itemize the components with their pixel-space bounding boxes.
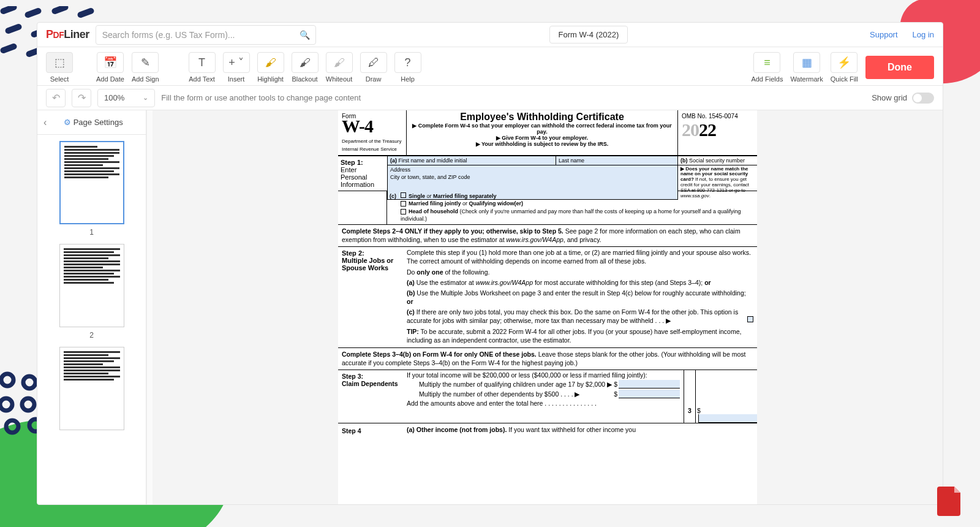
s2-c-text: If there are only two jobs total, you ma… — [407, 308, 738, 324]
insert-tool[interactable]: + ˅ — [223, 52, 250, 73]
s2-a-or: or — [704, 279, 711, 286]
undo-button[interactable]: ↶ — [46, 89, 66, 107]
help-tool[interactable]: ? — [394, 52, 421, 73]
done-button[interactable]: Done — [865, 56, 934, 79]
login-link[interactable]: Log in — [913, 30, 934, 39]
ssn-label: Social security number — [689, 157, 745, 164]
add-sign-tool[interactable]: ✎ — [132, 52, 159, 73]
step4-title: Step 4 — [342, 427, 399, 434]
fields-icon: ≡ — [764, 57, 771, 68]
show-grid-toggle[interactable] — [912, 93, 934, 104]
year-22: 22 — [699, 119, 716, 140]
document-title[interactable]: Form W-4 (2022) — [549, 26, 628, 44]
form-code: W-4 — [342, 116, 402, 137]
highlight-icon: 🖌 — [265, 57, 276, 68]
draw-tool[interactable]: 🖊 — [360, 52, 387, 73]
s3-dol2: $ — [612, 390, 619, 398]
add-text-label: Add Text — [189, 75, 215, 83]
s2-tip-text: To be accurate, submit a 2022 Form W-4 f… — [407, 328, 741, 344]
para1-link: www.irs.gov/W4App — [506, 236, 563, 243]
step2-sub: Multiple Jobs or Spouse Works — [342, 257, 399, 271]
pdf-badge-icon — [933, 484, 965, 516]
s2-a-text: Use the estimator at — [415, 279, 476, 286]
search-input[interactable] — [96, 25, 316, 45]
year-20: 20 — [682, 119, 699, 140]
svg-point-12 — [22, 398, 34, 411]
step2-title: Step 2: — [342, 249, 399, 257]
thumb-num-2: 2 — [37, 331, 146, 339]
whiteout-icon: 🖌 — [334, 57, 345, 68]
toolbar: ⬚ Select 📅 Add Date ✎ Add Sign T Add Tex… — [37, 47, 943, 86]
whiteout-tool[interactable]: 🖌 — [326, 52, 353, 73]
page-settings-label: Page Settings — [74, 118, 123, 127]
sidebar-head: ‹ ⚙Page Settings — [37, 110, 146, 135]
s2-do: Do — [407, 268, 417, 276]
gear-icon: ⚙ — [64, 118, 71, 127]
svg-rect-4 — [4, 23, 23, 35]
select-label: Select — [50, 75, 69, 83]
doc-bullet2: ▶ Give Form W-4 to your employer. — [410, 135, 674, 141]
logo-p: P — [46, 28, 53, 41]
redo-button[interactable]: ↷ — [72, 89, 91, 107]
s3-amount1[interactable] — [619, 380, 680, 389]
s2-a-link: www.irs.gov/W4App — [476, 279, 533, 286]
svg-point-9 — [1, 374, 13, 386]
para1-end: , and privacy. — [564, 236, 601, 243]
last-name-label: Last name — [559, 157, 584, 164]
zoom-select[interactable]: 100% ⌄ — [97, 89, 155, 107]
s2-c-label: (c) — [407, 308, 415, 316]
watermark-tool[interactable]: ▦ — [793, 52, 820, 73]
s3-p3: Multiply the number of other dependents … — [407, 390, 612, 398]
s3-total-amount[interactable] — [698, 414, 757, 423]
whiteout-label: Whiteout — [326, 75, 352, 83]
hoh-label: Head of household — [409, 208, 458, 214]
page-thumb-2[interactable] — [59, 244, 124, 327]
page-thumb-3[interactable] — [59, 347, 124, 430]
address-label: Address — [390, 167, 410, 173]
select-tool[interactable]: ⬚ — [46, 52, 73, 73]
checkbox-step2c[interactable] — [747, 316, 753, 322]
page-thumb-1[interactable] — [59, 141, 124, 224]
svg-point-14 — [6, 420, 18, 433]
add-text-tool[interactable]: T — [189, 52, 216, 73]
show-grid-label: Show grid — [872, 93, 907, 102]
s3-dol3: $ — [696, 407, 701, 414]
plus-icon: + ˅ — [228, 57, 244, 68]
thumb-num-1: 1 — [37, 228, 146, 237]
checkbox-hoh[interactable] — [401, 209, 406, 214]
main-area: ‹ ⚙Page Settings 1 2 Form W-4 Department… — [37, 110, 943, 504]
cursor-icon: ⬚ — [55, 57, 65, 68]
watermark-icon: ▦ — [802, 57, 812, 68]
lightning-icon: ⚡ — [837, 57, 851, 68]
text-icon: T — [198, 57, 205, 68]
s2-onlyone: only one — [417, 268, 443, 276]
s3-amount2[interactable] — [619, 390, 680, 398]
s3-p2: Multiply the number of qualifying childr… — [407, 381, 612, 388]
step1-title: Step 1: — [341, 159, 385, 166]
blackout-label: Blackout — [292, 75, 317, 83]
signature-icon: ✎ — [141, 57, 150, 68]
highlight-tool[interactable]: 🖌 — [257, 52, 284, 73]
add-fields-tool[interactable]: ≡ — [753, 52, 780, 73]
svg-rect-0 — [0, 6, 18, 15]
checkbox-single[interactable] — [401, 192, 406, 198]
checkbox-mfj[interactable] — [401, 201, 406, 207]
para2-bold: Complete Steps 3–4(b) on Form W-4 for on… — [342, 351, 537, 358]
search-icon[interactable]: 🔍 — [300, 30, 310, 40]
add-date-tool[interactable]: 📅 — [97, 52, 124, 73]
support-link[interactable]: Support — [870, 30, 898, 39]
sub-toolbar: ↶ ↷ 100% ⌄ Fill the form or use another … — [37, 86, 943, 110]
dept-line1: Department of the Treasury — [342, 139, 402, 145]
sidebar-scrollbar[interactable] — [146, 110, 153, 504]
s3-line-num: 3 — [684, 370, 696, 423]
add-sign-label: Add Sign — [132, 75, 159, 83]
app-window: PDFLiner 🔍 Form W-4 (2022) Support Log i… — [37, 22, 943, 505]
quick-fill-label: Quick Fill — [831, 75, 858, 83]
document-viewer[interactable]: Form W-4 Department of the Treasury Inte… — [153, 110, 943, 504]
quick-fill-tool[interactable]: ⚡ — [831, 52, 858, 73]
s4-a-text: If you want tax withheld for other incom… — [507, 426, 636, 433]
para1-bold: Complete Steps 2–4 ONLY if they apply to… — [342, 227, 564, 235]
page-settings-button[interactable]: ⚙Page Settings — [47, 118, 140, 127]
blackout-tool[interactable]: 🖌 — [292, 52, 318, 73]
step1-sub: Enter Personal Information — [341, 166, 385, 188]
